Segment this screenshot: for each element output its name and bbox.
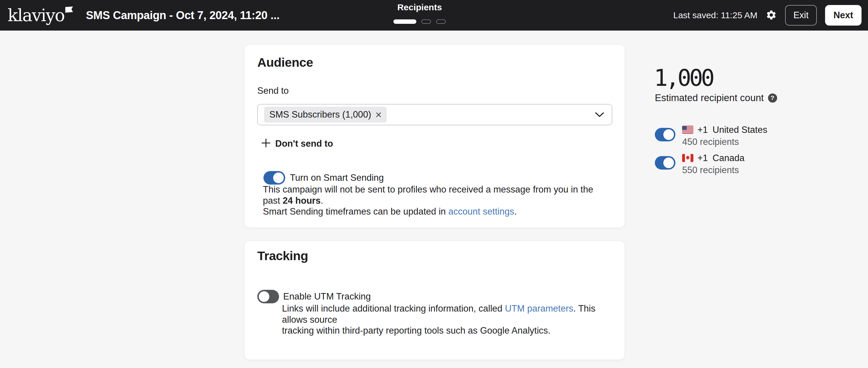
utm-parameters-link[interactable]: UTM parameters (505, 303, 574, 313)
klaviyo-flag-icon (65, 6, 73, 14)
country-label-line: +1 United States (682, 125, 767, 135)
klaviyo-wordmark: klaviyo (8, 2, 64, 28)
step-label: Recipients (394, 2, 446, 12)
dont-send-to-button[interactable]: Don't send to (261, 138, 333, 149)
country-code: +1 (698, 125, 708, 135)
utm-description-line1: Links will include additional tracking i… (282, 303, 608, 325)
dont-send-to-label: Don't send to (275, 138, 333, 149)
next-button[interactable]: Next (825, 5, 862, 26)
help-icon[interactable]: ? (768, 94, 777, 103)
smart-sending-description-line1: This campaign will not be sent to profil… (263, 184, 601, 206)
audience-heading: Audience (257, 55, 313, 70)
recipient-count-label: Estimated recipient count (655, 92, 764, 103)
smart-sending-description: This campaign will not be sent to profil… (263, 184, 601, 217)
chevron-down-icon[interactable] (595, 112, 604, 117)
klaviyo-logo[interactable]: klaviyo (8, 2, 72, 28)
smart-sending-label: Turn on Smart Sending (290, 172, 384, 183)
utm-description-line2: tracking within third-party reporting to… (282, 325, 608, 336)
step-progress (394, 20, 446, 24)
us-flag-icon (682, 126, 693, 134)
smart-sending-toggle[interactable] (264, 171, 285, 185)
last-saved-text: Last saved: 11:25 AM (673, 10, 757, 20)
country-label-line: +1 Canada (682, 153, 744, 163)
smart-sending-row: Turn on Smart Sending (264, 171, 384, 185)
country-name: Canada (712, 153, 744, 163)
close-icon[interactable] (376, 112, 381, 118)
smart-sending-description-line2: Smart Sending timeframes can be updated … (263, 206, 601, 217)
canada-flag-icon (682, 154, 693, 162)
recipient-chip[interactable]: SMS Subscribers (1,000) (264, 107, 387, 123)
account-settings-link[interactable]: account settings (448, 206, 514, 216)
topbar: klaviyo SMS Campaign - Oct 7, 2024, 11:2… (0, 0, 868, 31)
step-indicator: Recipients (394, 2, 446, 24)
settings-button[interactable] (766, 9, 777, 22)
step-pill-3 (436, 20, 446, 24)
country-recipient-count: 450 recipients (682, 137, 767, 147)
step-pill-1 (394, 20, 416, 24)
tracking-card: Tracking Enable UTM Tracking Links will … (244, 241, 625, 360)
plus-icon (261, 138, 271, 149)
canada-toggle[interactable] (655, 156, 675, 170)
recipient-count-label-row: Estimated recipient count ? (655, 92, 777, 103)
country-name: United States (712, 125, 767, 135)
estimated-recipient-count: 1,000 (654, 66, 713, 89)
country-details: +1 Canada 550 recipients (682, 153, 744, 175)
exit-button[interactable]: Exit (785, 5, 817, 26)
utm-tracking-label: Enable UTM Tracking (283, 291, 371, 302)
country-details: +1 United States 450 recipients (682, 125, 767, 147)
step-pill-2 (421, 20, 431, 24)
country-recipient-count: 550 recipients (682, 165, 744, 175)
recipient-chip-label: SMS Subscribers (1,000) (269, 109, 371, 120)
topbar-actions: Last saved: 11:25 AM Exit Next (673, 5, 862, 26)
utm-tracking-description: Links will include additional tracking i… (282, 303, 608, 336)
send-to-label: Send to (257, 86, 289, 96)
toggle-knob (663, 129, 674, 140)
tracking-heading: Tracking (257, 249, 308, 263)
utm-tracking-toggle[interactable] (257, 290, 279, 303)
united-states-toggle[interactable] (655, 128, 675, 141)
country-code: +1 (698, 153, 708, 163)
toggle-knob (273, 172, 284, 183)
toggle-knob (663, 158, 674, 168)
send-to-select[interactable]: SMS Subscribers (1,000) (257, 104, 612, 125)
gear-icon (766, 9, 777, 22)
utm-tracking-row: Enable UTM Tracking (257, 290, 371, 303)
smart-sending-hours: 24 hours (283, 196, 320, 206)
toggle-knob (259, 291, 269, 302)
campaign-title: SMS Campaign - Oct 7, 2024, 11:20 ... (86, 9, 279, 22)
audience-card: Audience Send to SMS Subscribers (1,000)… (244, 44, 625, 228)
